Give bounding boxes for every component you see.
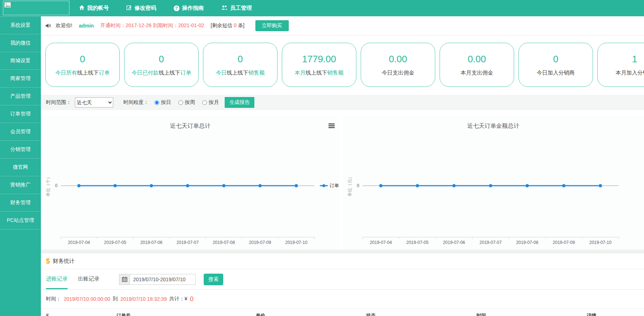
finance-section-title: 财务统计 [53, 258, 75, 265]
sidebar-item[interactable]: 订单管理 [0, 105, 41, 123]
search-button[interactable]: 搜索 [204, 274, 223, 285]
sidebar-item[interactable]: 系统设置 [0, 17, 41, 34]
stat-card-label: 本月线上线下销售额 [295, 69, 344, 76]
speaker-icon [45, 23, 51, 29]
home-icon [79, 5, 85, 12]
date-range-group [119, 274, 196, 285]
generate-report-button[interactable]: 生成报告 [225, 97, 254, 108]
svg-text:单位（元）: 单位（元） [347, 175, 352, 197]
sms-remaining: [剩余短信 0 条] [211, 22, 244, 29]
date-range-input[interactable] [130, 274, 196, 285]
finance-section-header: $ 财务统计 [41, 253, 644, 269]
svg-text:0: 0 [357, 183, 359, 188]
nav-item-change-password[interactable]: 修改密码 [126, 5, 156, 12]
stat-card-value: 1779.00 [302, 54, 336, 65]
table-header-cell: # [46, 312, 116, 316]
stat-card-value: 0.00 [468, 54, 486, 65]
sidebar-item[interactable]: 商家管理 [0, 70, 41, 88]
calendar-button[interactable] [119, 274, 130, 285]
table-header-cell: 订单号 [116, 312, 256, 316]
charts-row: 近七天订单总计单位（个）02019-07-042019-07-052019-07… [41, 116, 644, 250]
svg-text:2019-07-05: 2019-07-05 [104, 240, 127, 245]
tab-expense-records[interactable]: 出账记录 [78, 269, 99, 289]
order-amount-chart-panel: 近七天订单金额总计单位（元）02019-07-042019-07-052019-… [343, 116, 644, 250]
stat-card-label: 本月加入分销商 [616, 69, 644, 76]
svg-text:2019-07-05: 2019-07-05 [406, 240, 429, 245]
sidebar-item[interactable]: 财务管理 [0, 194, 41, 212]
stat-card-label: 今日支出佣金 [382, 69, 414, 76]
svg-text:2019-07-10: 2019-07-10 [285, 240, 308, 245]
time-start: 2019/07/10 00:00:00 [64, 296, 110, 302]
nav-item-label: 修改密码 [135, 5, 156, 12]
sidebar-item[interactable]: PC站点管理 [0, 212, 41, 229]
granularity-option[interactable]: 按日 [154, 99, 171, 106]
stat-card: 0.00今日支出佣金 [361, 43, 435, 87]
sidebar-item[interactable]: 我的微信 [0, 34, 41, 52]
chart-menu-icon[interactable] [329, 123, 335, 129]
nav-item-label: 操作指南 [182, 5, 204, 12]
svg-text:2019-07-09: 2019-07-09 [553, 240, 575, 245]
stat-card-label: 今日线上线下销售额 [216, 69, 265, 76]
calendar-icon [122, 277, 127, 282]
svg-text:0: 0 [55, 183, 58, 188]
time-end: 2019/07/10 18:32:39 [120, 296, 166, 302]
edit-icon [126, 5, 132, 12]
time-range-select[interactable]: 近七天 [75, 97, 113, 108]
granularity-label: 时间粒度： [123, 99, 149, 106]
stat-card-label: 今日所有线上线下订单 [55, 69, 110, 76]
buy-now-button[interactable]: 立即购买 [255, 20, 289, 31]
sidebar-item[interactable]: 微官网 [0, 159, 41, 176]
granularity-radio[interactable] [178, 100, 183, 105]
summary-time-row: 时间： 2019/07/10 00:00:00 到 2019/07/10 18:… [41, 290, 644, 308]
granularity-option-label: 按日 [161, 99, 171, 106]
stat-card: 0今日加入分销商 [518, 43, 593, 87]
chart-title: 近七天订单金额总计 [343, 116, 644, 136]
granularity-option-label: 按周 [185, 99, 195, 106]
granularity-option-label: 按月 [209, 99, 219, 106]
granularity-radio[interactable] [154, 100, 159, 105]
stat-card-value: 0.00 [389, 54, 407, 65]
table-header-cell: 时间 [476, 312, 587, 316]
svg-text:2019-07-08: 2019-07-08 [516, 240, 538, 245]
account-period: 开通时间：2017-12-26 到期时间：2021-01-02 [100, 22, 204, 29]
nav-item-operation-guide[interactable]: ?操作指南 [174, 5, 204, 12]
stat-card: 1本月加入分销商 [597, 43, 644, 87]
nav-item-label: 我的帐号 [87, 5, 109, 12]
stat-card-label: 今日已付款线上线下订单 [132, 69, 191, 76]
topbar: 我的帐号修改密码?操作指南员工管理 [0, 0, 644, 16]
sidebar-item[interactable]: 会员管理 [0, 123, 41, 141]
svg-text:2019-07-08: 2019-07-08 [213, 240, 235, 245]
section-divider [41, 250, 644, 253]
table-header-cell: 状态 [366, 312, 476, 316]
table-header-cell: 详情 [587, 312, 644, 316]
stat-card-value: 1 [632, 54, 637, 65]
users-icon [221, 5, 228, 12]
sidebar-item[interactable]: 产品管理 [0, 88, 41, 105]
order-count-chart-panel: 近七天订单总计单位（个）02019-07-042019-07-052019-07… [41, 116, 340, 250]
finance-tabs-row: 进账记录 出账记录 搜索 [41, 269, 644, 290]
granularity-radio[interactable] [202, 100, 207, 105]
sidebar-item[interactable]: 商城设置 [0, 52, 41, 70]
stat-card-label: 本月支出佣金 [461, 69, 493, 76]
stat-card: 0.00本月支出佣金 [440, 43, 514, 87]
chart-legend[interactable]: 订单 [320, 182, 339, 189]
svg-text:2019-07-06: 2019-07-06 [443, 240, 465, 245]
tab-income-records[interactable]: 进账记录 [46, 269, 68, 289]
svg-text:2019-07-07: 2019-07-07 [177, 240, 199, 245]
nav-item-label: 员工管理 [230, 5, 252, 12]
nav-item-my-account[interactable]: 我的帐号 [79, 5, 109, 12]
nav-item-staff-management[interactable]: 员工管理 [221, 5, 252, 12]
granularity-option[interactable]: 按月 [202, 99, 219, 106]
svg-text:单位（个）: 单位（个） [46, 175, 51, 197]
stat-card-value: 0 [553, 54, 558, 65]
stat-card: 1779.00本月线上线下销售额 [282, 43, 356, 87]
stat-card: 0今日所有线上线下订单 [45, 43, 120, 87]
dollar-icon: $ [46, 257, 50, 265]
order-amount-chart: 单位（元）02019-07-042019-07-052019-07-062019… [343, 136, 644, 250]
sidebar-item[interactable]: 分销管理 [0, 141, 41, 159]
svg-text:2019-07-10: 2019-07-10 [589, 240, 612, 245]
total-label: 共计：¥ [169, 296, 187, 302]
granularity-option[interactable]: 按周 [178, 99, 195, 106]
help-icon: ? [174, 5, 179, 11]
sidebar-item[interactable]: 营销推广 [0, 176, 41, 194]
